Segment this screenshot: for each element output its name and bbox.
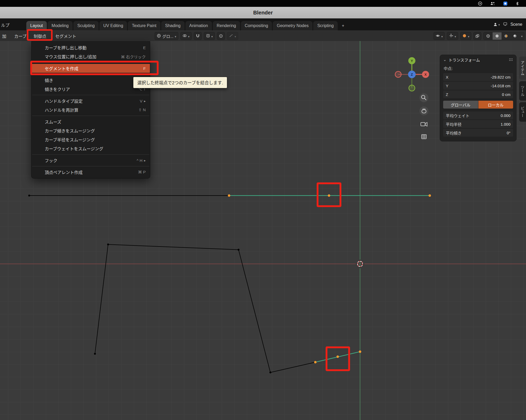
proportional-falloff-dropdown[interactable] xyxy=(227,32,238,40)
workspace-tab-shading[interactable]: Shading xyxy=(161,21,185,30)
system-menu-bar xyxy=(0,0,526,7)
menu-item-clear-tilt[interactable]: 傾きをクリア ⌥ T xyxy=(32,85,150,94)
window-title-bar: Blender xyxy=(0,7,526,18)
collapse-chevron-icon[interactable] xyxy=(443,57,447,62)
control-point-menu[interactable]: 制御点 xyxy=(32,32,48,40)
pivot-point-dropdown[interactable] xyxy=(180,32,192,40)
gizmo-axes-icon xyxy=(449,34,453,39)
gizmos-dropdown[interactable] xyxy=(447,32,458,40)
sidebar-tab-item[interactable]: アイテム xyxy=(519,57,526,80)
help-menu-partial[interactable]: ルプ xyxy=(1,22,9,28)
menu-item-smooth-tilt[interactable]: カーブ傾きをスムージング xyxy=(32,126,150,135)
shading-rendered-button[interactable] xyxy=(510,32,519,40)
scene-selector[interactable]: Scene xyxy=(510,22,522,27)
snap-toggle[interactable] xyxy=(194,32,202,40)
workspace-tab-compositing[interactable]: Compositing xyxy=(241,21,272,30)
panel-options-icon[interactable] xyxy=(509,58,513,61)
proportional-editing-toggle[interactable] xyxy=(217,32,225,40)
workspace-tab-rendering[interactable]: Rendering xyxy=(213,21,240,30)
global-space-button[interactable]: グローバル xyxy=(443,101,478,109)
menu-item-set-handle-type[interactable]: ハンドルタイプ設定 V xyxy=(32,96,150,105)
workspace-tab-animation[interactable]: Animation xyxy=(185,21,212,30)
menu-item-make-vertex-parent[interactable]: 頂点ペアレント作成 ⌘ P xyxy=(32,168,150,177)
chevron-down-icon xyxy=(175,34,176,38)
median-label: 中点: xyxy=(444,65,513,71)
median-x-field[interactable]: X -29.822 cm xyxy=(443,73,513,81)
orange-sphere-icon xyxy=(462,34,467,39)
menu-item-smooth-weight[interactable]: カーブウェイトをスムージング xyxy=(32,144,150,153)
menu-item-smooth-radius[interactable]: カーブ半径をスムージング xyxy=(32,135,150,144)
chevron-down-icon xyxy=(498,22,500,27)
menu-separator xyxy=(32,116,149,116)
header-right-controls xyxy=(433,32,524,40)
overlays-dropdown[interactable] xyxy=(460,32,472,40)
median-y-field[interactable]: Y -14.018 cm xyxy=(443,82,513,90)
workspace-tab-geometry-nodes[interactable]: Geometry Nodes xyxy=(273,21,312,30)
menu-item-extrude[interactable]: カーブを押し出し移動 E xyxy=(32,43,150,52)
transform-panel-body: 中点: X -29.822 cm Y -14.018 cm Z 0 cm グロー… xyxy=(440,64,516,141)
menu-item-make-segment[interactable]: セグメントを作成 F xyxy=(32,64,150,73)
sidebar-tab-view[interactable]: ビュー xyxy=(519,102,526,122)
segment-menu[interactable]: セグメント xyxy=(54,32,78,40)
control-point-context-menu: カーブを押し出し移動 E マウス位置に押し出し/追加 ⌘ 右クリック セグメント… xyxy=(31,41,150,178)
snap-settings-dropdown[interactable] xyxy=(204,32,215,40)
space-toggle: グローバル ローカル xyxy=(443,101,513,109)
local-space-button[interactable]: ローカル xyxy=(478,101,513,109)
menu-item-smooth[interactable]: スムーズ xyxy=(32,117,150,126)
snap-target-icon xyxy=(206,34,210,39)
mean-weight-field[interactable]: 平均ウェイト 0.000 xyxy=(443,111,513,119)
magnet-icon xyxy=(196,34,200,38)
viewport-header: 加 カーブ 制御点 セグメント グロ... xyxy=(0,30,526,41)
play-circle-icon[interactable] xyxy=(478,1,482,6)
mean-radius-field[interactable]: 平均半径 1.000 xyxy=(443,120,513,128)
shading-material-button[interactable] xyxy=(502,32,510,40)
chevron-down-icon xyxy=(235,34,236,38)
topbar-right: Scene xyxy=(493,18,522,30)
pivot-icon xyxy=(183,34,187,39)
menu-separator xyxy=(32,62,149,63)
falloff-curve-icon xyxy=(229,34,233,39)
menu-item-recalc-handles[interactable]: ハンドルを再計算 ⇧ N xyxy=(32,105,150,114)
shading-dropdown[interactable] xyxy=(519,34,524,38)
workspace-tab-sculpting[interactable]: Sculpting xyxy=(73,21,99,30)
xray-toggle[interactable] xyxy=(473,32,481,40)
menu-item-hooks[interactable]: フック ^ H xyxy=(32,156,150,165)
proportional-circle-icon xyxy=(219,34,223,38)
transform-orientation-dropdown[interactable]: グロ... xyxy=(155,32,178,40)
transform-panel: トランスフォーム 中点: X -29.822 cm Y -14.018 cm Z… xyxy=(440,55,517,141)
workspace-tab-texture-paint[interactable]: Texture Paint xyxy=(128,21,160,30)
add-menu-partial[interactable]: 加 xyxy=(1,32,8,40)
eye-icon xyxy=(436,34,440,39)
menu-separator xyxy=(32,74,149,74)
workspace-tab-layout[interactable]: Layout xyxy=(26,21,47,30)
workspace-tab-uv-editing[interactable]: UV Editing xyxy=(99,21,127,30)
people-icon[interactable] xyxy=(490,1,495,6)
window-title: Blender xyxy=(253,10,273,16)
menu-item-tilt[interactable]: 傾き xyxy=(32,76,150,85)
workspace-tabs: Layout Modeling Sculpting UV Editing Tex… xyxy=(26,21,348,30)
workspace-tab-scripting[interactable]: Scripting xyxy=(313,21,337,30)
orientation-globe-icon xyxy=(157,34,161,39)
mean-tilt-field[interactable]: 平均傾き 0° xyxy=(443,129,513,137)
orientation-value: グロ... xyxy=(162,33,174,39)
curve-menu[interactable]: カーブ xyxy=(13,32,28,40)
sidebar-tabs: アイテム ツール ビュー xyxy=(519,57,526,122)
transform-panel-header[interactable]: トランスフォーム xyxy=(440,55,516,64)
screen-share-icon[interactable] xyxy=(503,1,508,6)
object-visibility-dropdown[interactable] xyxy=(433,32,445,40)
menu-item-extrude-to-cursor[interactable]: マウス位置に押し出し/追加 ⌘ 右クリック xyxy=(32,52,150,61)
user-avatar-icon[interactable] xyxy=(493,22,500,27)
menu-separator xyxy=(32,166,149,166)
median-z-field[interactable]: Z 0 cm xyxy=(443,90,513,98)
overlapping-squares-icon xyxy=(475,34,479,38)
topbar: ルプ Layout Modeling Sculpting UV Editing … xyxy=(0,18,526,30)
bluetooth-icon[interactable] xyxy=(515,1,519,6)
scene-icon xyxy=(503,22,507,27)
make-segment-tooltip: 選択した終端点で2つのカーブを結合します. xyxy=(133,77,227,88)
chevron-down-icon xyxy=(441,34,443,38)
workspace-tab-modeling[interactable]: Modeling xyxy=(48,21,73,30)
shading-solid-button[interactable] xyxy=(493,32,502,40)
shading-wireframe-button[interactable] xyxy=(484,32,493,40)
sidebar-tab-tool[interactable]: ツール xyxy=(519,81,526,101)
add-workspace-button[interactable]: + xyxy=(338,21,348,30)
